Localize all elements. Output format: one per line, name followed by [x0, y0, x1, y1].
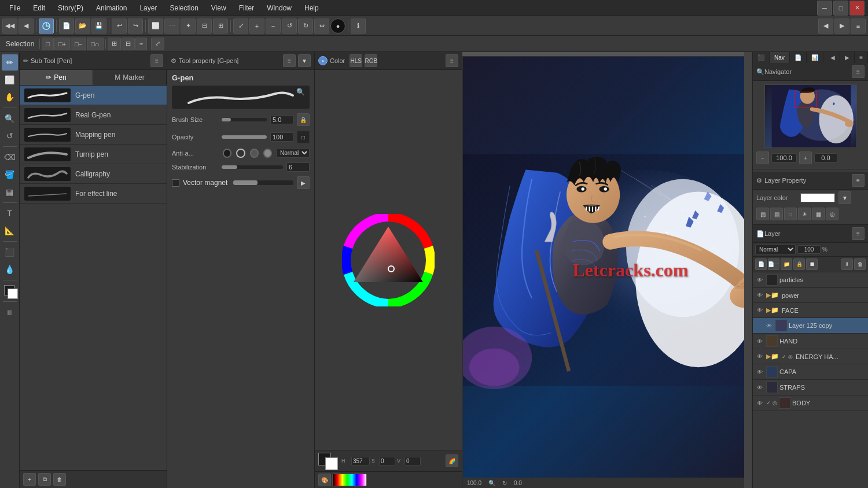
- opacity-input[interactable]: [270, 132, 293, 142]
- layer-property-menu[interactable]: ≡: [852, 174, 865, 187]
- layer-color-dropdown[interactable]: ▼: [838, 191, 851, 204]
- colorpanel-rgb[interactable]: RGB: [365, 54, 377, 67]
- lp-lens-btn[interactable]: ◎: [826, 208, 838, 220]
- layer-eye-straps[interactable]: 👁: [755, 383, 764, 392]
- toggle-sidebar-left[interactable]: ◀◀: [2, 19, 17, 34]
- brush-size-input[interactable]: [270, 115, 293, 124]
- feather-selection-button[interactable]: ≈: [135, 38, 147, 50]
- shrink-selection-button[interactable]: ⊟: [122, 38, 135, 50]
- nav-zoom-in[interactable]: +: [799, 151, 812, 164]
- new-file-button[interactable]: 📄: [59, 19, 74, 34]
- add-selection-button[interactable]: □+: [54, 38, 70, 50]
- lp-tex-btn[interactable]: ▦: [812, 208, 825, 220]
- vector-magnet-slider[interactable]: [233, 180, 293, 185]
- menu-selection[interactable]: Selection: [164, 2, 204, 14]
- rp-tab-icon1[interactable]: ⬛: [753, 52, 770, 63]
- delete-layer-button[interactable]: 🗑: [854, 258, 866, 270]
- layer-item-straps[interactable]: 👁 STRAPS: [753, 380, 868, 395]
- layer-item-particles[interactable]: 👁 particles: [753, 272, 868, 288]
- maximize-button[interactable]: □: [833, 1, 848, 16]
- menu-story[interactable]: Story(P): [52, 2, 89, 14]
- layer-eye-layer125copy[interactable]: 👁: [764, 321, 774, 330]
- toolprop-search-icon[interactable]: 🔍: [296, 88, 305, 96]
- menu-edit[interactable]: Edit: [27, 2, 51, 14]
- canvas-scrollbar-vertical[interactable]: [744, 52, 752, 480]
- checker-pattern-button[interactable]: ▥: [2, 304, 18, 320]
- menu-file[interactable]: File: [3, 2, 26, 14]
- lp-border-btn[interactable]: □: [784, 208, 797, 220]
- layer-item-power[interactable]: 👁 ▶📁 power: [753, 288, 868, 303]
- undo-button[interactable]: ↩: [112, 19, 127, 34]
- select-shrink-button[interactable]: ⊟: [197, 19, 212, 34]
- rp-tab-navigator[interactable]: Nav: [770, 52, 790, 63]
- subtool-menu-button[interactable]: ≡: [150, 54, 163, 67]
- color-wheel-svg[interactable]: [342, 214, 435, 306]
- menu-layer[interactable]: Layer: [134, 2, 163, 14]
- rp-tab-menu[interactable]: ≡: [855, 52, 868, 63]
- menu-window[interactable]: Window: [261, 2, 297, 14]
- canvas-area[interactable]: Letcracks.com 100.0 🔍 ↻ 0.0: [462, 52, 752, 488]
- opacity-slider[interactable]: [222, 135, 267, 139]
- flip-horizontal-button[interactable]: ⇔: [314, 19, 329, 34]
- copy-brush-button[interactable]: ⧉: [38, 473, 51, 486]
- add-brush-button[interactable]: +: [23, 473, 36, 486]
- background-swatch[interactable]: [325, 457, 338, 470]
- layer-eye-body[interactable]: 👁: [755, 398, 764, 408]
- save-file-button[interactable]: 💾: [91, 19, 106, 34]
- layer-eye-hand[interactable]: 👁: [755, 337, 764, 346]
- menu-animation[interactable]: Animation: [90, 2, 133, 14]
- color-circle-button[interactable]: ●: [330, 19, 345, 34]
- rp-tab-icon2[interactable]: 📄: [790, 52, 807, 63]
- brush-item-mapping-pen[interactable]: Mapping pen: [20, 125, 167, 145]
- gradient-swatch[interactable]: [332, 474, 367, 486]
- brush-size-lock-button[interactable]: 🔒: [297, 113, 310, 126]
- nav-zoom-input[interactable]: [771, 153, 797, 162]
- blend-mode-select[interactable]: Normal Multiply Screen Overlay: [755, 245, 796, 254]
- new-raster-layer-button[interactable]: 📄: [755, 258, 767, 270]
- vector-magnet-expand[interactable]: ▶: [297, 176, 310, 189]
- subtract-selection-button[interactable]: □−: [71, 38, 86, 50]
- layer-color-picker[interactable]: [800, 193, 835, 202]
- color-rainbow-button[interactable]: 🌈: [446, 454, 458, 467]
- zoom-in-button[interactable]: +: [249, 19, 264, 34]
- toolprop-menu-button[interactable]: ≡: [283, 54, 296, 67]
- opacity-lock-button[interactable]: □: [297, 131, 310, 143]
- redo-button[interactable]: ↪: [128, 19, 143, 34]
- anti-alias-off[interactable]: [223, 149, 231, 158]
- navigator-preview[interactable]: [764, 84, 857, 148]
- layer-eye-face[interactable]: 👁: [755, 306, 764, 315]
- merge-layer-button[interactable]: ⬇: [841, 258, 853, 270]
- layer-item-face[interactable]: 👁 ▶📁 FACE: [753, 303, 868, 318]
- toggle-panel[interactable]: ◀: [19, 19, 34, 34]
- intersect-selection-button[interactable]: □∩: [87, 38, 104, 50]
- lp-filter-btn[interactable]: ▧: [756, 208, 769, 220]
- zoom-out-button[interactable]: −: [266, 19, 281, 34]
- brush-size-slider[interactable]: [222, 118, 267, 121]
- rotate-tool-button[interactable]: ↺: [2, 128, 18, 144]
- fill-tool-button[interactable]: 🪣: [2, 167, 18, 183]
- layer-item-body[interactable]: 👁 ✓ ◎ BODY: [753, 395, 868, 411]
- layer-item-hand[interactable]: 👁 HAND: [753, 334, 868, 349]
- selection-tool-button[interactable]: ⬜: [2, 72, 18, 88]
- hue-input[interactable]: [351, 457, 370, 465]
- fg-bg-color-widget[interactable]: [2, 283, 18, 299]
- canvas[interactable]: Letcracks.com: [462, 56, 752, 484]
- anti-alias-high[interactable]: [263, 149, 272, 158]
- rp-tab-prev[interactable]: ◀: [826, 52, 840, 63]
- colorpanel-hsl[interactable]: HLS: [350, 54, 362, 67]
- tab-marker[interactable]: M Marker: [93, 70, 167, 85]
- lock-layer-button[interactable]: 🔒: [793, 258, 805, 270]
- layer-eye-power[interactable]: 👁: [755, 291, 764, 300]
- panel-menu-button[interactable]: ≡: [851, 19, 866, 34]
- tab-pen[interactable]: ✏ Pen: [20, 70, 93, 85]
- anti-alias-med[interactable]: [250, 149, 259, 158]
- brush-item-gpen[interactable]: G-pen: [20, 86, 167, 105]
- menu-filter[interactable]: Filter: [233, 2, 260, 14]
- gradient-tool-button[interactable]: ▦: [2, 184, 18, 200]
- lock-transparent-button[interactable]: 🔲: [806, 258, 818, 270]
- vector-magnet-checkbox[interactable]: [172, 179, 179, 187]
- select-expand-button[interactable]: ⊞: [213, 19, 228, 34]
- lp-lumi-btn[interactable]: ☀: [798, 208, 811, 220]
- rotate-left-button[interactable]: ↺: [282, 19, 297, 34]
- menu-help[interactable]: Help: [299, 2, 325, 14]
